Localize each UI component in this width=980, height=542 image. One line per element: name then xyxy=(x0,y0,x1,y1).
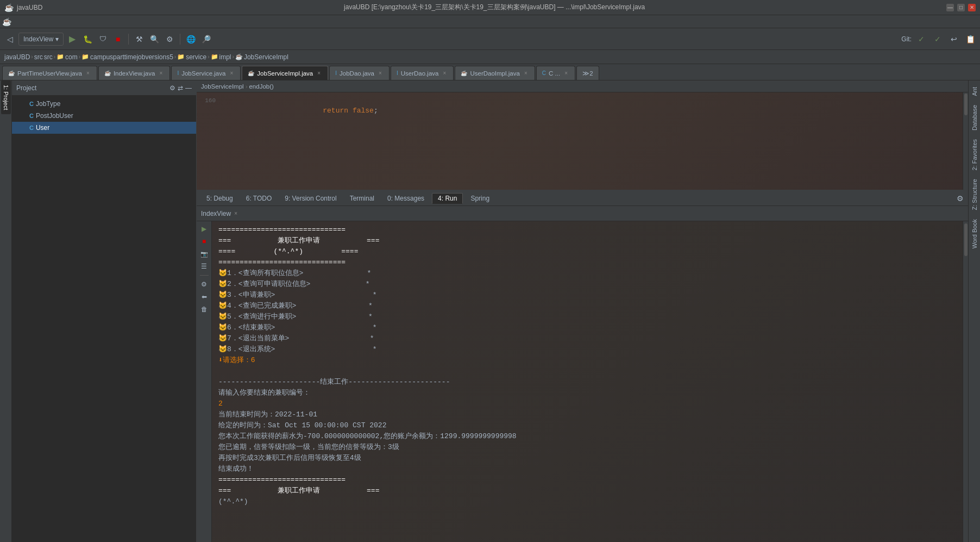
breadcrumb-sep-1: › xyxy=(31,54,33,60)
tab-close-userdao[interactable]: × xyxy=(441,70,448,77)
breadcrumb-pkg-label[interactable]: campusparttimejobversions5 xyxy=(90,53,173,61)
debug-button[interactable]: 🐛 xyxy=(81,33,94,46)
tab-jobserviceimpl[interactable]: ☕ JobServiceImpl.java × xyxy=(242,66,328,80)
term-line-12: 🐱8．<退出系统> * xyxy=(218,344,956,355)
breadcrumb-item-2[interactable]: 📁 xyxy=(56,53,64,60)
tab-indexview[interactable]: ☕ IndexView.java × xyxy=(98,66,171,80)
todo-tab[interactable]: 6: TODO xyxy=(241,194,278,203)
terminal-output: ============================== === 兼职工作申… xyxy=(212,221,963,542)
tab-more[interactable]: ≫2 xyxy=(576,66,599,80)
build-button[interactable]: ⚒ xyxy=(133,33,146,46)
breadcrumb-sep-3: › xyxy=(79,54,80,60)
maximize-button[interactable]: □ xyxy=(957,4,965,11)
close-button[interactable]: ✕ xyxy=(968,4,976,11)
git-revert-icon[interactable]: ↩ xyxy=(947,33,960,46)
run-list-btn[interactable]: ☰ xyxy=(199,261,210,272)
term-line-8: 🐱4．<查询已完成兼职> * xyxy=(218,301,956,312)
favorites-tab[interactable]: 2: Favorites xyxy=(970,135,979,175)
tab-close-jobservice[interactable]: × xyxy=(228,70,235,77)
editor-breadcrumb: JobServiceImpl › endJob() xyxy=(197,80,968,92)
main-row: 1: Project Project ⚙ ⇄ — C JobType C Pos xyxy=(0,80,980,542)
project-header: Project ⚙ ⇄ — xyxy=(12,80,196,96)
git-check2-icon[interactable]: ✓ xyxy=(931,33,944,46)
terminal-scrollbar[interactable] xyxy=(963,221,968,542)
code-content[interactable]: 160 return false; xyxy=(197,92,968,190)
breadcrumb-service-label[interactable]: service xyxy=(186,53,206,61)
minimize-button[interactable]: — xyxy=(946,4,954,11)
run-back-btn[interactable]: ⬅ xyxy=(199,291,210,302)
project-sync-icon[interactable]: ⇄ xyxy=(178,84,183,92)
tab-parttimeuserview[interactable]: ☕ PartTimeUserView.java × xyxy=(2,66,97,80)
translate-button[interactable]: 🌐 xyxy=(184,33,197,46)
term-line-14 xyxy=(218,366,956,377)
back-icon[interactable]: ◁ xyxy=(3,33,16,46)
settings-button[interactable]: ⚙ xyxy=(163,33,176,46)
breadcrumb-item-0[interactable]: javaUBD xyxy=(4,53,30,61)
git-vcs-icon[interactable]: 📋 xyxy=(964,33,977,46)
git-check-icon[interactable]: ✓ xyxy=(915,33,928,46)
run-config-dropdown[interactable]: IndexView ▾ xyxy=(18,33,64,46)
vcs-tab[interactable]: 9: Version Control xyxy=(279,194,342,203)
run-sub-header: IndexView × xyxy=(197,206,968,221)
tab-close-parttimeuserview[interactable]: × xyxy=(85,70,91,77)
panel-settings-icon[interactable]: ⚙ xyxy=(957,194,964,203)
breadcrumb-file-label[interactable]: JobServiceImpl xyxy=(244,53,288,61)
tab-userdaoimpl[interactable]: ☕ UserDaoImpl.java × xyxy=(455,66,535,80)
tab-label-more: ≫2 xyxy=(582,70,593,77)
run-with-coverage-button[interactable]: 🛡 xyxy=(96,33,109,46)
terminal-scroll-thumb[interactable] xyxy=(964,223,968,256)
ant-tab[interactable]: Ant xyxy=(970,83,979,101)
term-line-19: 给定的时间为：Sat Oct 15 00:00:00 CST 2022 xyxy=(218,420,956,431)
code-editor: 160 return false; xyxy=(197,92,968,129)
find-button[interactable]: 🔎 xyxy=(199,33,212,46)
tab-close-jobserviceimpl[interactable]: × xyxy=(316,70,322,77)
wordbook-tab[interactable]: Word Book xyxy=(970,215,979,253)
tab-close-extra[interactable]: × xyxy=(563,70,569,77)
tab-close-jobdao[interactable]: × xyxy=(377,70,384,77)
stop-button[interactable]: ■ xyxy=(111,33,124,46)
breadcrumb-item-1[interactable]: src xyxy=(34,53,43,61)
tab-close-indexview[interactable]: × xyxy=(158,70,164,77)
term-line-16: 请输入你要结束的兼职编号： xyxy=(218,388,956,398)
tab-userdao[interactable]: I UserDao.java × xyxy=(391,66,454,80)
messages-tab[interactable]: 0: Messages xyxy=(382,194,430,203)
spring-tab[interactable]: Spring xyxy=(465,194,495,203)
term-line-5: 🐱1．<查询所有职位信息> * xyxy=(218,268,956,279)
project-minimize-icon[interactable]: — xyxy=(185,84,192,92)
run-button[interactable]: ▶ xyxy=(66,33,79,46)
run-tab[interactable]: 4: Run xyxy=(432,193,463,204)
tab-extra[interactable]: C C ... × xyxy=(536,66,575,80)
breadcrumb-impl-label[interactable]: impl xyxy=(219,53,231,61)
breadcrumb-src-label[interactable]: src xyxy=(44,53,53,61)
run-play-btn[interactable]: ▶ xyxy=(199,223,210,234)
run-screenshot-btn[interactable]: 📷 xyxy=(199,248,210,259)
tree-item-jobtype[interactable]: C JobType xyxy=(12,98,196,110)
structure-tab[interactable]: Z: Structure xyxy=(970,175,979,214)
project-header-controls: ⚙ ⇄ — xyxy=(169,84,192,92)
run-config-label: IndexView xyxy=(23,35,53,43)
service-folder-icon: 📁 xyxy=(177,53,185,60)
search-everywhere-button[interactable]: 🔍 xyxy=(148,33,161,46)
run-sub-close[interactable]: × xyxy=(234,210,237,216)
database-tab[interactable]: Database xyxy=(970,101,979,135)
term-line-26: (*^.^*) xyxy=(218,496,956,507)
tab-close-userdaoimpl[interactable]: × xyxy=(523,70,529,77)
terminal-tab[interactable]: Terminal xyxy=(344,194,380,203)
tree-item-user[interactable]: C User xyxy=(12,122,196,134)
editor-area[interactable]: 160 return false; xyxy=(197,92,968,190)
run-gear-btn[interactable]: ⚙ xyxy=(199,279,210,290)
run-trash-btn[interactable]: 🗑 xyxy=(199,304,210,315)
editor-bc-sep: › xyxy=(246,83,248,90)
tab-jobdao[interactable]: I JobDao.java × xyxy=(329,66,390,80)
breadcrumb-com-label[interactable]: com xyxy=(65,53,78,61)
tree-item-postjobuser[interactable]: C PostJobUser xyxy=(12,110,196,122)
tab-jobservice[interactable]: I JobService.java × xyxy=(171,66,241,80)
project-panel-tab[interactable]: 1: Project xyxy=(1,80,11,114)
run-stop-btn[interactable]: ■ xyxy=(199,236,210,247)
bottom-panel: 5: Debug 6: TODO 9: Version Control Term… xyxy=(197,190,968,542)
panel-controls: ⚙ xyxy=(957,194,964,203)
tree-item-user-label: User xyxy=(36,124,49,132)
project-gear-icon[interactable]: ⚙ xyxy=(169,84,175,92)
debug-tab[interactable]: 5: Debug xyxy=(201,194,238,203)
content-wrapper: 1: Project Project ⚙ ⇄ — C JobType C Pos xyxy=(0,80,980,542)
